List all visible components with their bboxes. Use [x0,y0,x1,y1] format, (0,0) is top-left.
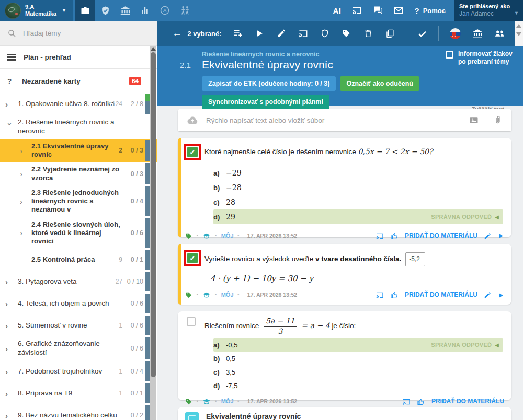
cast-button[interactable] [351,5,362,16]
chevron-right-icon[interactable]: › [5,299,18,308]
sidebar-topic-2-3[interactable]: › 2.3 Riešenie jednoduchých lineárnych r… [0,185,157,217]
question-card-1[interactable]: ✓ Ktoré najmenšie celé číslo je riešením… [178,138,511,237]
chevron-right-icon[interactable]: › [20,169,31,178]
option-d[interactable]: d)-7,5 [213,379,504,392]
sidebar-topic-2-2[interactable]: › 2.2 Vyjadrenie neznámej zo vzorca 0 / … [0,162,157,185]
cast-button[interactable] [298,29,308,39]
nav-results-icon[interactable] [135,0,155,21]
school-share-icon[interactable] [202,396,211,406]
option-b[interactable]: b)−28 [213,180,504,195]
chevron-down-icon[interactable]: › [6,123,15,135]
user-menu[interactable]: Ste prihlásený ako Ján Adamec ▼ [454,0,523,21]
play-icon[interactable] [497,231,504,240]
edit-icon[interactable] [484,290,491,299]
question-card-2[interactable]: ✓ Vyriešte rovnicu a výsledok uveďte v t… [178,244,511,305]
insert-image-icon[interactable] [469,115,479,125]
option-a[interactable]: a)−29 [213,166,504,180]
nav-agenda-icon[interactable] [155,0,175,21]
sidebar-topic-2[interactable]: › 2. Riešenie lineárnych rovníc a nerovn… [0,115,157,139]
tag-icon[interactable] [185,290,192,299]
edit-button[interactable] [276,29,286,38]
library-button[interactable] [472,28,483,39]
nav-plans-icon[interactable] [75,0,95,21]
write-to-etk-button[interactable]: Zapísať do ETK (odučené hodiny: 0 / 3) [202,76,336,91]
option-c[interactable]: c)28 [213,195,504,209]
chevron-right-icon[interactable]: › [5,277,18,286]
chevron-right-icon[interactable]: › [20,146,31,155]
option-d-correct[interactable]: d)29 SPRÁVNA ODPOVEĎ ◀ [213,209,503,224]
shield-button[interactable] [320,29,329,38]
add-to-material-link[interactable]: PRIDAŤ DO MATERIÁLU [405,291,477,298]
like-icon[interactable] [390,290,399,299]
quick-add-input[interactable] [206,116,469,124]
tag-icon[interactable] [185,396,192,406]
play-button[interactable] [255,29,265,38]
class-selector[interactable]: 9.A Matematika ▼ [0,0,73,21]
option-b[interactable]: b)0,5 [213,352,504,365]
sidebar-item-unassigned-cards[interactable]: ? Nezaradené karty 64 [0,69,157,93]
sidebar-topic-9[interactable]: › 9. Bez názvu tematického celku 0 / 2 [0,404,157,420]
chevron-right-icon[interactable]: › [5,389,18,398]
add-to-material-link[interactable]: PRIDAŤ DO MATERIÁLU [405,232,477,239]
copy-button[interactable] [384,29,394,39]
like-icon[interactable] [417,396,425,406]
slovak-flag-icon[interactable] [450,28,461,39]
material-card[interactable]: Ekvivalentné úpravy rovníc Prezentácia ·… [178,407,511,420]
answer-input-box[interactable]: -5,2 [405,252,425,266]
breadcrumb[interactable]: Riešenie lineárnych rovníc a nerovníc [202,51,319,58]
sidebar-topic-5[interactable]: › 5. Súmernosť v rovine 1 0 / 6 [0,314,157,336]
inform-students-checkbox[interactable] [446,51,453,59]
tag-button[interactable] [341,29,351,38]
chevron-right-icon[interactable]: › [5,100,18,109]
scrollbar-thumb[interactable] [151,52,156,377]
sidebar-topic-3[interactable]: › 3. Pytagorova veta 27 0 / 10 [0,271,157,293]
sidebar-topic-7[interactable]: › 7. Podobnosť trojuholníkov 1 0 / 4 [0,360,157,382]
card-checkbox-checked[interactable]: ✓ [187,253,198,263]
tag-icon[interactable] [185,231,192,240]
back-button[interactable]: ← [172,28,182,39]
nav-attendance-icon[interactable] [175,0,195,21]
sidebar-topic-1[interactable]: › 1. Opakovanie učiva 8. ročníka 124 2 /… [0,93,157,115]
help-button[interactable]: ? Pomoc [414,6,446,15]
chat-button[interactable] [372,5,383,16]
school-share-icon[interactable] [202,290,211,299]
sidebar-item-plan-overview[interactable]: Plán - prehľad [0,46,157,69]
chevron-right-icon[interactable]: › [20,228,31,237]
scroll-up-arrow[interactable] [516,24,521,28]
share-users-button[interactable] [494,28,505,39]
edit-icon[interactable] [484,231,491,240]
chevron-right-icon[interactable]: › [5,344,18,353]
cast-icon[interactable] [376,290,384,299]
ai-button[interactable]: AI [333,6,341,15]
option-c[interactable]: c)3,5 [213,365,504,379]
sidebar-topic-8[interactable]: › 8. Príprava na T9 1 0 / 1 [0,382,157,404]
chevron-right-icon[interactable]: › [20,197,31,206]
messages-button[interactable] [393,5,404,16]
cast-icon[interactable] [376,231,384,240]
card-checkbox-checked[interactable]: ✓ [187,147,198,157]
mark-taught-button[interactable]: Označiť ako odučenú [340,76,419,91]
sidebar-topic-4[interactable]: › 4. Telesá, ich objem a povrch 0 / 6 [0,293,157,314]
sidebar-topic-2-4[interactable]: › 2.4 Riešenie slovných úloh, ktoré vedú… [0,217,157,249]
question-card-3[interactable]: Riešením rovnice 5a − 113 = a − 4 je čís… [178,311,511,400]
chevron-right-icon[interactable]: › [5,411,18,420]
cast-icon[interactable] [402,396,411,406]
scroll-up-arrow[interactable] [151,47,156,51]
delete-button[interactable] [363,29,373,38]
nav-shield-icon[interactable] [95,0,115,21]
sidebar-topic-2-5[interactable]: 2.5 Kontrolná práca 9 0 / 1 [0,249,157,271]
select-all-button[interactable] [417,29,427,39]
chevron-right-icon[interactable]: › [5,367,18,376]
sidebar-topic-6[interactable]: › 6. Grafické znázorňovanie závislostí 0… [0,336,157,360]
scroll-down-arrow[interactable] [516,32,521,36]
chevron-right-icon[interactable]: › [5,321,18,330]
vertical-scrollbar[interactable] [515,21,523,46]
school-share-icon[interactable] [202,231,211,240]
nav-school-icon[interactable] [115,0,135,21]
play-icon[interactable] [497,290,504,299]
option-a-correct[interactable]: a)-0,5 SPRÁVNA ODPOVEĎ ◀ [213,338,503,352]
sidebar-scrollbar[interactable] [150,46,156,420]
sidebar-topic-2-1-selected[interactable]: › 2.1 Ekvivalentné úpravy rovníc 2 0 / 3 [0,139,157,162]
add-to-list-button[interactable] [233,28,243,39]
card-checkbox-unchecked[interactable] [187,317,196,326]
